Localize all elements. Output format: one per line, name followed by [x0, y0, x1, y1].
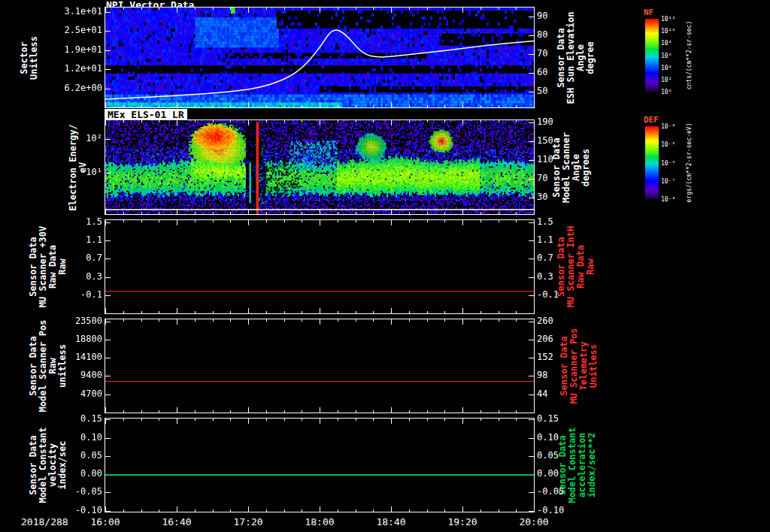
x-tick-mark — [105, 102, 106, 107]
x-tick-mark — [105, 209, 106, 214]
x-tick-mark — [373, 419, 374, 421]
x-tick-mark — [391, 407, 392, 413]
y-tick-mark — [529, 160, 534, 161]
x-tick-mark — [534, 102, 535, 107]
x-tick-mark — [356, 220, 356, 222]
colorbar-tick-label: 10¹⁰ — [661, 28, 675, 35]
x-tick-mark — [141, 319, 142, 322]
x-tick-mark — [213, 120, 214, 122]
x-tick-mark — [123, 319, 124, 322]
x-tick-mark — [248, 308, 249, 313]
date-label: 2018/288 — [21, 516, 68, 527]
y-tick-mark — [105, 277, 111, 278]
x-tick-mark — [195, 212, 196, 214]
x-tick-mark — [213, 311, 214, 313]
y-tick-label-right: 90 — [537, 11, 582, 21]
y-tick-label-right: 0.15 — [537, 414, 582, 424]
y-tick-mark — [529, 122, 534, 123]
x-tick-mark — [391, 319, 392, 325]
x-tick-mark — [480, 419, 481, 421]
x-tick-mark — [123, 120, 124, 122]
x-tick-mark — [409, 220, 410, 222]
x-tick-mark — [356, 311, 356, 313]
x-tick-mark — [213, 419, 214, 421]
colorbar-tick-label: 10⁰ — [661, 89, 671, 95]
y-tick-label-right: 1.1 — [537, 235, 582, 245]
x-tick-mark — [338, 509, 338, 512]
x-tick-mark — [409, 311, 410, 313]
y-tick-mark — [529, 141, 534, 142]
x-tick-mark — [462, 407, 463, 413]
x-tick-mark — [427, 8, 428, 10]
x-tick-mark — [195, 8, 196, 10]
colorbar-tick-label: 10⁶ — [661, 53, 671, 59]
colorbar-tick-label: 10⁻⁶ — [661, 160, 675, 167]
x-tick-mark — [444, 410, 445, 413]
y-tick-label-right: 98 — [537, 370, 582, 380]
x-tick-mark — [373, 410, 374, 413]
x-tick-mark — [462, 506, 463, 512]
x-tick-mark — [284, 220, 285, 222]
x-tick-mark — [462, 209, 463, 214]
x-tick-mark — [391, 419, 392, 424]
y-tick-mark — [105, 258, 111, 259]
x-tick-mark — [480, 120, 481, 122]
time-tick-label: 16:00 — [81, 516, 129, 527]
x-tick-mark — [177, 506, 177, 512]
colorbar-tick-label: 10² — [661, 77, 671, 83]
y-tick-mark — [105, 295, 111, 296]
x-tick-mark — [284, 319, 285, 322]
x-tick-mark — [516, 220, 517, 222]
y-tick-mark — [105, 31, 111, 32]
y-tick-label-right: 70 — [537, 174, 582, 183]
x-tick-mark — [338, 311, 338, 313]
x-tick-mark — [499, 220, 499, 222]
y-tick-mark — [105, 50, 111, 51]
x-tick-mark — [284, 410, 285, 413]
x-tick-mark — [159, 410, 159, 413]
x-tick-mark — [266, 419, 267, 421]
x-tick-mark — [123, 410, 124, 413]
x-tick-mark — [444, 8, 445, 10]
y-tick-label-right: 110 — [537, 155, 582, 165]
x-tick-mark — [534, 8, 535, 13]
y-tick-label-left: 14100 — [42, 352, 102, 362]
x-tick-mark — [499, 8, 499, 10]
colorbar-tick-label: 10⁻⁷ — [661, 178, 675, 185]
x-tick-mark — [462, 120, 463, 125]
nf-colorbar-title: NF — [644, 8, 653, 17]
x-tick-mark — [444, 509, 445, 512]
y-tick-label-left: -0.05 — [42, 487, 102, 497]
x-tick-mark — [480, 105, 481, 107]
x-tick-mark — [320, 308, 320, 313]
x-tick-mark — [516, 410, 517, 413]
y-tick-mark — [105, 173, 111, 174]
y-tick-mark — [529, 179, 534, 180]
time-tick-label: 16:40 — [153, 516, 201, 527]
y-tick-mark — [529, 198, 534, 198]
x-tick-mark — [230, 212, 231, 214]
x-tick-mark — [444, 319, 445, 322]
y-tick-label-right: 50 — [537, 86, 582, 96]
x-tick-mark — [213, 8, 214, 10]
x-tick-mark — [213, 220, 214, 222]
x-tick-mark — [409, 105, 410, 107]
def-colorbar — [645, 126, 659, 199]
y-tick-mark — [529, 17, 534, 17]
npi-heatmap-canvas — [105, 8, 534, 107]
x-tick-mark — [302, 8, 302, 10]
y-tick-label-left: 18800 — [42, 334, 102, 344]
x-tick-mark — [248, 120, 249, 125]
x-tick-mark — [177, 407, 177, 413]
y-tick-mark — [105, 12, 111, 13]
y-tick-label-right: 190 — [537, 117, 582, 127]
x-tick-mark — [373, 319, 374, 322]
nf-colorbar — [645, 19, 659, 92]
x-tick-mark — [480, 410, 481, 413]
y-tick-mark — [529, 438, 534, 439]
x-tick-mark — [159, 220, 159, 222]
y-tick-mark — [529, 73, 534, 74]
x-tick-mark — [373, 212, 374, 214]
x-tick-mark — [516, 311, 517, 313]
x-tick-mark — [123, 311, 124, 313]
